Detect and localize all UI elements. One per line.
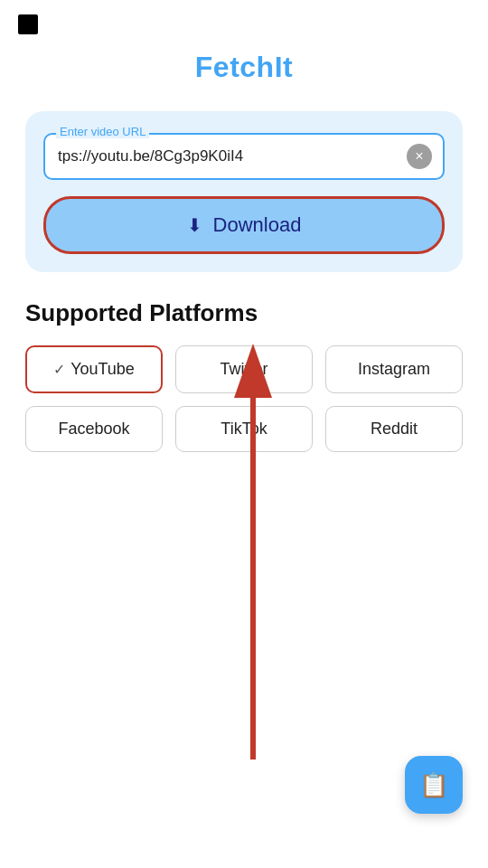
platform-facebook[interactable]: Facebook — [25, 406, 163, 452]
platform-tiktok[interactable]: TikTok — [175, 406, 313, 452]
platforms-grid: ✓ YouTube Twitter Instagram Facebook Tik… — [25, 345, 463, 452]
platform-youtube-label: YouTube — [70, 360, 135, 379]
input-label: Enter video URL — [56, 125, 149, 138]
platform-twitter[interactable]: Twitter — [175, 345, 313, 393]
url-input[interactable] — [45, 135, 443, 178]
platform-tiktok-label: TikTok — [221, 420, 267, 439]
platform-facebook-label: Facebook — [58, 420, 129, 439]
download-button[interactable]: ⬇ Download — [43, 196, 445, 254]
platform-reddit[interactable]: Reddit — [325, 406, 463, 452]
clipboard-icon: 📋 — [419, 771, 448, 799]
check-icon: ✓ — [53, 361, 65, 378]
section-title: Supported Platforms — [25, 299, 463, 327]
download-label: Download — [213, 213, 302, 237]
fab-clipboard-button[interactable]: 📋 — [405, 756, 463, 814]
status-indicator — [18, 14, 38, 34]
url-card: Enter video URL × ⬇ Download — [25, 111, 463, 272]
platform-instagram[interactable]: Instagram — [325, 345, 463, 393]
app-title: FetchIt — [0, 51, 488, 84]
platform-reddit-label: Reddit — [371, 420, 418, 439]
platform-youtube[interactable]: ✓ YouTube — [25, 345, 163, 393]
platform-twitter-label: Twitter — [220, 360, 267, 379]
top-bar — [0, 0, 488, 42]
clear-button[interactable]: × — [407, 144, 432, 169]
download-icon: ⬇ — [187, 214, 202, 236]
url-input-group: Enter video URL × — [43, 133, 445, 180]
platform-instagram-label: Instagram — [358, 360, 430, 379]
